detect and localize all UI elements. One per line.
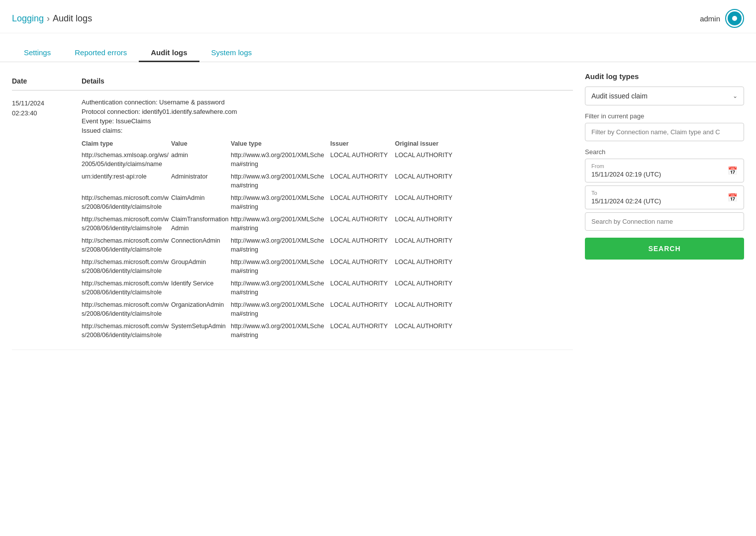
claim-value-1: admin (171, 149, 231, 171)
claim-issuer-4: LOCAL AUTHORITY (330, 213, 395, 235)
avatar[interactable] (725, 9, 744, 28)
col-date: Date (12, 77, 82, 85)
breadcrumb-current: Audit logs (53, 13, 92, 24)
sidebar: Audit log types Audit issued claim ⌄ Fil… (585, 72, 744, 350)
claim-issuer-9: LOCAL AUTHORITY (330, 320, 395, 342)
claim-orig-issuer-2: LOCAL AUTHORITY (395, 171, 470, 192)
auth-connection: Authentication connection: Username & pa… (82, 98, 573, 106)
claim-type-9: http://schemas.microsoft.com/ws/2008/06/… (82, 320, 171, 342)
user-section: admin (700, 9, 744, 28)
claim-value-4: ClaimTransformationAdmin (171, 213, 231, 235)
claim-type-7: http://schemas.microsoft.com/ws/2008/06/… (82, 277, 171, 299)
tabs-bar: Settings Reported errors Audit logs Syst… (0, 33, 756, 62)
protocol-connection: Protocol connection: identify01.identify… (82, 108, 573, 115)
tab-settings[interactable]: Settings (12, 43, 63, 62)
table-header: Date Details (12, 72, 573, 90)
search-label: Search (585, 148, 744, 156)
claim-orig-issuer-8: LOCAL AUTHORITY (395, 299, 470, 320)
claim-value-type-1: http://www.w3.org/2001/XMLSchema#string (231, 149, 330, 171)
claim-type-1: http://schemas.xmlsoap.org/ws/2005/05/id… (82, 149, 171, 171)
calendar-icon-to[interactable]: 📅 (728, 193, 738, 202)
log-entry: 15/11/202402:23:40 Authentication connec… (12, 90, 573, 350)
filter-label: Filter in current page (585, 112, 744, 120)
claim-col-type: Claim type (82, 138, 171, 149)
claim-col-issuer: Issuer (330, 138, 395, 149)
claim-value-8: OrganizationAdmin (171, 299, 231, 320)
issued-claims-label: Issued claims: (82, 127, 573, 134)
log-date: 15/11/202402:23:40 (12, 98, 82, 118)
to-label: To (591, 190, 661, 196)
search-button[interactable]: SEARCH (585, 238, 744, 260)
claim-type-2: urn:identify:rest-api:role (82, 171, 171, 192)
calendar-icon-from[interactable]: 📅 (728, 166, 738, 176)
main-content: Date Details 15/11/202402:23:40 Authenti… (0, 62, 756, 360)
claim-value-5: ConnectionAdmin (171, 235, 231, 256)
claim-value-3: ClaimAdmin (171, 192, 231, 213)
audit-log-types-title: Audit log types (585, 72, 744, 81)
header: Logging › Audit logs admin (0, 0, 756, 33)
claim-value-type-5: http://www.w3.org/2001/XMLSchema#string (231, 235, 330, 256)
from-date-content: From 15/11/2024 02:19 (UTC) (591, 163, 661, 178)
claim-orig-issuer-9: LOCAL AUTHORITY (395, 320, 470, 342)
to-date-field[interactable]: To 15/11/2024 02:24 (UTC) 📅 (585, 185, 744, 209)
claim-col-value: Value (171, 138, 231, 149)
tab-system-logs[interactable]: System logs (199, 43, 264, 62)
claim-type-8: http://schemas.microsoft.com/ws/2008/06/… (82, 299, 171, 320)
claim-value-2: Administrator (171, 171, 231, 192)
claim-value-type-8: http://www.w3.org/2001/XMLSchema#string (231, 299, 330, 320)
claim-type-3: http://schemas.microsoft.com/ws/2008/06/… (82, 192, 171, 213)
col-details: Details (82, 77, 573, 85)
claim-issuer-2: LOCAL AUTHORITY (330, 171, 395, 192)
claim-value-6: GroupAdmin (171, 256, 231, 277)
claim-issuer-8: LOCAL AUTHORITY (330, 299, 395, 320)
audit-log-content: Date Details 15/11/202402:23:40 Authenti… (12, 72, 573, 350)
filter-input[interactable] (585, 123, 744, 141)
breadcrumb-separator: › (47, 13, 50, 24)
breadcrumb: Logging › Audit logs (12, 13, 92, 24)
tab-audit-logs[interactable]: Audit logs (139, 43, 199, 62)
user-name: admin (700, 14, 720, 23)
claim-value-type-3: http://www.w3.org/2001/XMLSchema#string (231, 192, 330, 213)
claim-issuer-6: LOCAL AUTHORITY (330, 256, 395, 277)
dropdown-value: Audit issued claim (591, 92, 648, 100)
claim-value-9: SystemSetupAdmin (171, 320, 231, 342)
claim-issuer-7: LOCAL AUTHORITY (330, 277, 395, 299)
claim-col-value-type: Value type (231, 138, 330, 149)
claim-issuer-5: LOCAL AUTHORITY (330, 235, 395, 256)
claim-value-type-4: http://www.w3.org/2001/XMLSchema#string (231, 213, 330, 235)
audit-log-type-dropdown[interactable]: Audit issued claim ⌄ (585, 87, 744, 105)
claim-orig-issuer-6: LOCAL AUTHORITY (395, 256, 470, 277)
claim-value-type-7: http://www.w3.org/2001/XMLSchema#string (231, 277, 330, 299)
connection-search-input[interactable] (585, 212, 744, 231)
claim-issuer-1: LOCAL AUTHORITY (330, 149, 395, 171)
chevron-down-icon: ⌄ (733, 92, 738, 99)
from-date-value: 15/11/2024 02:19 (UTC) (591, 171, 661, 178)
claim-orig-issuer-4: LOCAL AUTHORITY (395, 213, 470, 235)
claim-value-type-2: http://www.w3.org/2001/XMLSchema#string (231, 171, 330, 192)
issued-claims-table: Claim type Value Value type Issuer Origi… (82, 138, 573, 342)
claim-value-type-6: http://www.w3.org/2001/XMLSchema#string (231, 256, 330, 277)
claim-value-7: Identify Service (171, 277, 231, 299)
claim-issuer-3: LOCAL AUTHORITY (330, 192, 395, 213)
claim-orig-issuer-3: LOCAL AUTHORITY (395, 192, 470, 213)
avatar-inner (728, 11, 742, 25)
from-label: From (591, 163, 661, 169)
claim-orig-issuer-7: LOCAL AUTHORITY (395, 277, 470, 299)
breadcrumb-logging-link[interactable]: Logging (12, 13, 44, 24)
claim-type-4: http://schemas.microsoft.com/ws/2008/06/… (82, 213, 171, 235)
to-date-content: To 15/11/2024 02:24 (UTC) (591, 190, 661, 205)
from-date-field[interactable]: From 15/11/2024 02:19 (UTC) 📅 (585, 159, 744, 182)
event-type: Event type: IssueClaims (82, 117, 573, 125)
claim-orig-issuer-1: LOCAL AUTHORITY (395, 149, 470, 171)
to-date-value: 15/11/2024 02:24 (UTC) (591, 197, 661, 205)
claim-orig-issuer-5: LOCAL AUTHORITY (395, 235, 470, 256)
tab-reported-errors[interactable]: Reported errors (63, 43, 139, 62)
claim-value-type-9: http://www.w3.org/2001/XMLSchema#string (231, 320, 330, 342)
log-details: Authentication connection: Username & pa… (82, 98, 573, 342)
claim-type-6: http://schemas.microsoft.com/ws/2008/06/… (82, 256, 171, 277)
claim-type-5: http://schemas.microsoft.com/ws/2008/06/… (82, 235, 171, 256)
claim-col-original-issuer: Original issuer (395, 138, 470, 149)
